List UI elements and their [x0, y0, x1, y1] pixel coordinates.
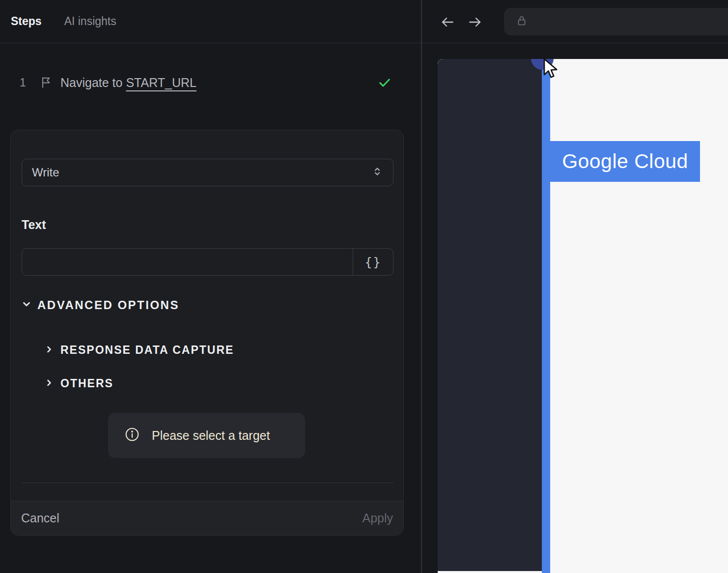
step-title: Navigate to START_URL [60, 76, 196, 90]
advanced-options-toggle[interactable]: ADVANCED OPTIONS [21, 298, 179, 312]
step-editor-card: Write Text {} ADVAN [10, 130, 404, 536]
advanced-options-label: ADVANCED OPTIONS [37, 298, 179, 312]
chevron-down-icon [21, 299, 32, 312]
app-window: Steps AI insights 1 Navigate to START_UR… [0, 0, 728, 573]
chevron-right-icon [44, 344, 54, 356]
insert-variable-button[interactable]: {} [353, 249, 393, 275]
response-data-capture-label: RESPONSE DATA CAPTURE [60, 344, 234, 357]
step-row[interactable]: 1 Navigate to START_URL [0, 69, 421, 96]
url-bar[interactable] [504, 8, 728, 35]
action-select[interactable]: Write [22, 159, 393, 186]
check-icon [377, 75, 392, 92]
notice-text: Please select a target [152, 429, 270, 443]
text-input-group: {} [22, 248, 393, 276]
others-label: OTHERS [60, 377, 113, 390]
cancel-button[interactable]: Cancel [21, 511, 59, 525]
forward-arrow-icon[interactable] [467, 14, 483, 32]
editor-footer: Cancel Apply [11, 501, 403, 535]
mouse-cursor [541, 59, 561, 82]
response-data-capture-toggle[interactable]: RESPONSE DATA CAPTURE [44, 344, 234, 357]
tab-ai-insights[interactable]: AI insights [64, 15, 116, 28]
google-cloud-banner[interactable]: Google Cloud [550, 141, 700, 182]
browser-toolbar [422, 0, 728, 43]
flag-icon [39, 76, 53, 91]
select-target-notice: Please select a target [108, 413, 305, 458]
browser-viewport: Google Cloud [438, 59, 728, 573]
info-icon [124, 427, 140, 444]
google-cloud-banner-text: Google Cloud [562, 150, 688, 173]
step-index: 1 [20, 76, 26, 89]
action-select-value: Write [32, 166, 59, 179]
text-field-label: Text [22, 218, 46, 232]
panel-tabs: Steps AI insights [0, 0, 421, 43]
tab-steps[interactable]: Steps [11, 15, 42, 28]
chevron-right-icon [44, 378, 54, 390]
browser-panel: Google Cloud [422, 0, 728, 573]
text-input[interactable] [22, 249, 353, 275]
apply-button[interactable]: Apply [362, 511, 393, 525]
back-arrow-icon[interactable] [440, 14, 455, 32]
unfold-icon [371, 166, 383, 179]
others-toggle[interactable]: OTHERS [44, 377, 113, 390]
page-dark-sidebar [438, 59, 542, 571]
url-input[interactable] [534, 15, 728, 28]
lock-icon [516, 15, 528, 29]
page-accent-stripe [542, 59, 550, 573]
footer-divider [22, 483, 393, 483]
start-url-link[interactable]: START_URL [126, 76, 196, 89]
steps-panel: Steps AI insights 1 Navigate to START_UR… [0, 0, 421, 573]
